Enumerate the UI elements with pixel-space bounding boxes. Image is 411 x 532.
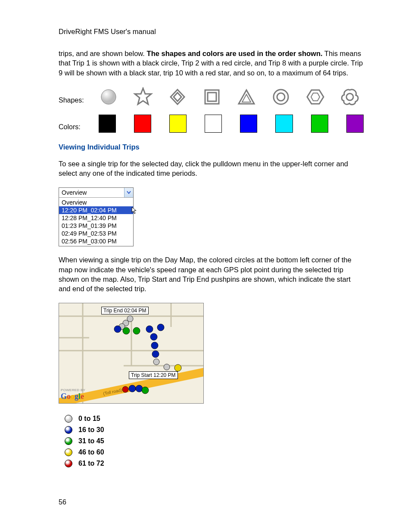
shape-diamond-icon	[168, 87, 187, 107]
dropdown-item[interactable]: 12:20 PM_02:04 PM	[59, 206, 133, 214]
svg-point-16	[114, 326, 121, 333]
shapes-label: Shapes:	[59, 96, 84, 107]
svg-point-4	[277, 93, 285, 101]
svg-point-30	[122, 386, 128, 392]
legend-row: 46 to 60	[65, 448, 364, 456]
google-brand: POWERED BY Google	[61, 389, 85, 401]
shape-circle-icon	[99, 87, 118, 107]
color-swatch	[275, 115, 293, 133]
dropdown-list: Overview 12:20 PM_02:04 PM 12:28 PM_12:4…	[59, 198, 133, 246]
intro-paragraph: trips, and are shown below. The shapes a…	[59, 49, 364, 78]
intro-text-a: trips, and are shown below.	[59, 50, 147, 57]
legend-row: 16 to 30	[65, 426, 364, 434]
color-swatch	[311, 115, 328, 133]
color-swatch	[240, 115, 257, 133]
para-view-trips: To see a single trip for the selected da…	[59, 159, 364, 178]
legend-label: 31 to 45	[78, 437, 104, 445]
trip-start-callout: Trip Start 12:20 PM	[129, 371, 178, 379]
color-swatch	[205, 115, 222, 133]
chevron-down-icon[interactable]	[124, 188, 133, 197]
svg-point-28	[136, 385, 143, 392]
legend-label: 46 to 60	[78, 448, 104, 456]
shape-double-circle-icon	[271, 87, 291, 107]
color-swatch	[169, 115, 187, 133]
cursor-icon	[131, 207, 138, 215]
svg-point-0	[101, 90, 116, 104]
section-heading: Viewing Individual Trips	[59, 143, 364, 151]
dropdown-selected: Overview	[59, 188, 124, 197]
svg-point-27	[129, 385, 136, 392]
intro-text-bold: The shapes and colors are used in the or…	[147, 50, 323, 57]
shape-cloud-circle-icon	[340, 87, 360, 107]
legend-orb-icon	[65, 448, 72, 456]
color-swatch	[134, 115, 151, 133]
svg-point-21	[150, 333, 157, 340]
legend-orb-icon	[65, 460, 72, 467]
svg-point-17	[123, 327, 130, 334]
svg-rect-2	[208, 93, 216, 101]
colors-row: Colors:	[59, 115, 364, 133]
trip-map: Trip End 02:04 PM Trip Start 12:20 PM PO…	[59, 303, 204, 404]
colors-label: Colors:	[59, 123, 81, 133]
shape-hexagon-icon	[305, 87, 325, 107]
svg-point-20	[157, 324, 164, 331]
svg-point-23	[152, 351, 159, 358]
color-swatch	[346, 115, 364, 133]
shape-square-icon	[202, 87, 222, 107]
color-swatch	[99, 115, 116, 133]
legend-orb-icon	[65, 415, 72, 423]
shapes-row: Shapes:	[59, 87, 364, 107]
shape-triangle-icon	[237, 87, 256, 107]
shape-star-icon	[133, 87, 153, 107]
legend-label: 61 to 72	[78, 460, 104, 467]
svg-point-3	[274, 90, 288, 104]
svg-point-5	[346, 93, 353, 100]
svg-point-25	[164, 364, 170, 370]
dropdown-item[interactable]: 01:23 PM_01:39 PM	[59, 222, 133, 230]
svg-point-22	[151, 342, 158, 349]
svg-point-26	[174, 364, 181, 371]
para-day-map: When viewing a single trip on the Day Ma…	[59, 255, 364, 293]
legend-row: 31 to 45	[65, 437, 364, 445]
trip-dropdown[interactable]: Overview Overview 12:20 PM_02:04 PM 12:2…	[59, 187, 134, 246]
speed-legend: 0 to 15 16 to 30 31 to 45 46 to 60 61 to…	[65, 415, 364, 467]
dropdown-item[interactable]: 02:56 PM_03:00 PM	[59, 237, 133, 245]
legend-label: 16 to 30	[78, 426, 104, 434]
legend-row: 61 to 72	[65, 460, 364, 467]
svg-point-19	[146, 326, 153, 333]
document-title: DriveRight FMS User's manual	[59, 28, 364, 36]
legend-orb-icon	[65, 437, 72, 445]
svg-point-24	[153, 359, 159, 365]
legend-label: 0 to 15	[78, 415, 100, 423]
legend-row: 0 to 15	[65, 415, 364, 423]
trip-end-callout: Trip End 02:04 PM	[101, 307, 149, 314]
dropdown-item[interactable]: 02:49 PM_02:53 PM	[59, 230, 133, 237]
legend-orb-icon	[65, 426, 72, 434]
svg-point-29	[142, 387, 149, 394]
dropdown-item[interactable]: Overview	[59, 199, 133, 206]
dropdown-item[interactable]: 12:28 PM_12:40 PM	[59, 214, 133, 222]
svg-point-18	[133, 327, 140, 334]
page-number: 56	[59, 498, 66, 506]
